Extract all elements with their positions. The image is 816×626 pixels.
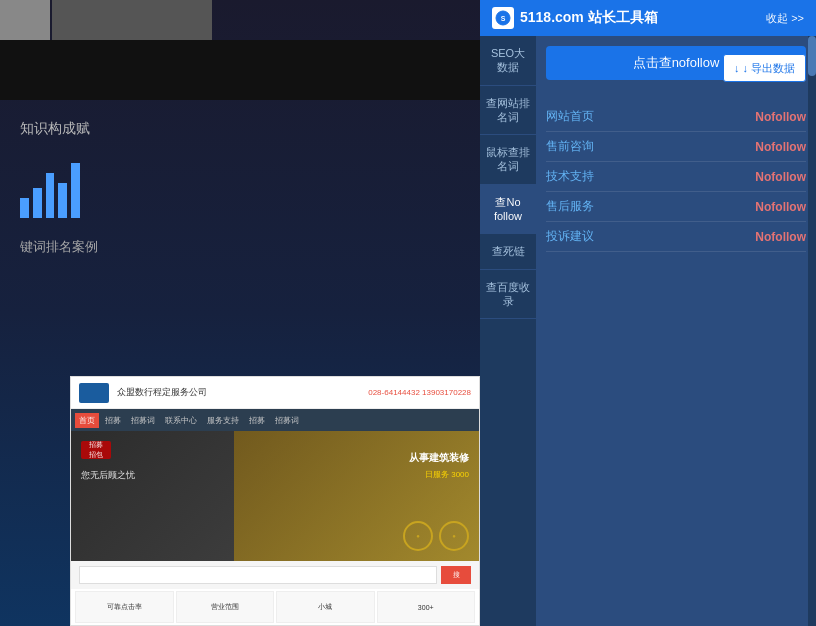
background-page: 知识构成赋 键词排名案例 众盟数行程定服务公司 028-64144432 139… [0,0,480,626]
toolbar-main-content: 点击查nofollow ↓ ↓ 导出数据 网站首页 Nofollow 售前咨询 … [536,36,816,626]
toolbar-body: SEO大数据 查网站排名词 鼠标查排名词 查No follow 查死链 查百度收… [480,36,816,626]
nofollow-link-3[interactable]: 技术支持 [546,168,594,185]
sidebar-item-mouse-rank[interactable]: 鼠标查排名词 [480,135,536,185]
brand-logo: S [492,7,514,29]
preview-hero-sub: 日服务 3000 [425,469,469,480]
preview-nav-home: 首页 [75,413,99,428]
bg-text-line1: 知识构成赋 [20,120,460,138]
nofollow-row-5: 投诉建议 Nofollow [546,222,806,252]
preview-hero-text: 从事建筑装修 [409,451,469,465]
nofollow-status-3: Nofollow [755,170,806,184]
preview-hero: 招募招包 您无后顾之忧 从事建筑装修 日服务 3000 ● ● [71,431,479,561]
nofollow-status-5: Nofollow [755,230,806,244]
preview-search-bar: 搜 [71,561,479,589]
bg-content: 知识构成赋 键词排名案例 [0,100,480,276]
sidebar-item-check-nofollow[interactable]: 查No follow [480,185,536,235]
bg-top-bar [0,0,480,40]
preview-badges: ● ● [403,521,469,551]
preview-overlay-btn: 招募招包 [81,441,111,459]
toolbar-panel: S 5118.com 站长工具箱 收起 >> SEO大数据 查网站排名词 鼠标查… [480,0,816,626]
preview-bottom-item-4: 300+ [377,591,476,623]
preview-nav-item-4: 服务支持 [203,413,243,428]
bg-dark-section [0,40,480,100]
preview-bottom-item-3: 小城 [276,591,375,623]
preview-nav-item-5: 招募 [245,413,269,428]
nofollow-row-4: 售后服务 Nofollow [546,192,806,222]
bg-chart [20,158,80,218]
preview-nav-item-2: 招募词 [127,413,159,428]
nofollow-link-2[interactable]: 售前咨询 [546,138,594,155]
nofollow-row-3: 技术支持 Nofollow [546,162,806,192]
preview-badge-1: ● [403,521,433,551]
scrollbar-track[interactable] [808,36,816,626]
preview-nav: 首页 招募 招募词 联系中心 服务支持 招募 招募词 [71,409,479,431]
preview-search-input [79,566,437,584]
chart-bar-4 [58,183,67,218]
nofollow-table: 网站首页 Nofollow 售前咨询 Nofollow 技术支持 Nofollo… [546,102,806,252]
export-icon: ↓ [734,62,740,74]
preview-bottom-item-1: 可靠点击率 [75,591,174,623]
preview-phone: 028-64144432 13903170228 [368,388,471,397]
nofollow-link-1[interactable]: 网站首页 [546,108,594,125]
preview-nav-item-3: 联系中心 [161,413,201,428]
nofollow-status-4: Nofollow [755,200,806,214]
sidebar-item-seo-data[interactable]: SEO大数据 [480,36,536,86]
export-button[interactable]: ↓ ↓ 导出数据 [723,54,806,82]
brand-text: 5118.com 站长工具箱 [520,9,658,27]
export-label: ↓ 导出数据 [742,61,795,76]
website-preview: 众盟数行程定服务公司 028-64144432 13903170228 首页 招… [70,376,480,626]
toolbar-nav: SEO大数据 查网站排名词 鼠标查排名词 查No follow 查死链 查百度收… [480,36,536,626]
chart-bar-1 [20,198,29,218]
bg-top-right [52,0,212,40]
preview-search-btn: 搜 [441,566,471,584]
sidebar-item-check-rank[interactable]: 查网站排名词 [480,86,536,136]
nofollow-row-1: 网站首页 Nofollow [546,102,806,132]
scrollbar-thumb[interactable] [808,36,816,76]
nofollow-link-4[interactable]: 售后服务 [546,198,594,215]
preview-bottom-item-2: 营业范围 [176,591,275,623]
preview-badge-2: ● [439,521,469,551]
nofollow-status-1: Nofollow [755,110,806,124]
bg-top-left [0,0,50,40]
sidebar-item-check-dead[interactable]: 查死链 [480,234,536,269]
preview-logo [79,383,109,403]
chart-bar-2 [33,188,42,218]
preview-bottom-bar: 可靠点击率 营业范围 小城 300+ [71,589,479,625]
nofollow-status-2: Nofollow [755,140,806,154]
nofollow-link-5[interactable]: 投诉建议 [546,228,594,245]
collapse-button[interactable]: 收起 >> [766,11,804,26]
preview-company: 众盟数行程定服务公司 [117,386,207,399]
preview-header: 众盟数行程定服务公司 028-64144432 13903170228 [71,377,479,409]
nofollow-row-2: 售前咨询 Nofollow [546,132,806,162]
chart-bar-5 [71,163,80,218]
toolbar-header: S 5118.com 站长工具箱 收起 >> [480,0,816,36]
preview-nav-item-6: 招募词 [271,413,303,428]
chart-bar-3 [46,173,55,218]
preview-nav-item-1: 招募 [101,413,125,428]
bg-subtitle: 键词排名案例 [20,238,460,256]
toolbar-brand: S 5118.com 站长工具箱 [492,7,658,29]
preview-hero-caption: 您无后顾之忧 [81,469,135,482]
svg-text:S: S [501,15,506,22]
sidebar-item-check-baidu[interactable]: 查百度收录 [480,270,536,320]
